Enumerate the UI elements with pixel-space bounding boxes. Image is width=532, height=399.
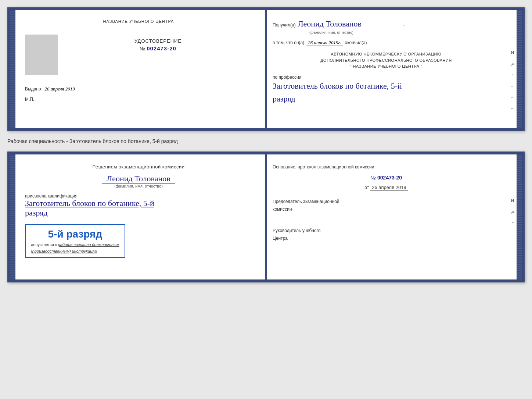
org-line3: " НАЗВАНИЕ УЧЕБНОГО ЦЕНТРА " (273, 63, 500, 70)
assigned-text: присвоена квалификация (25, 193, 252, 199)
sub-fio-1: (фамилия, имя, отчество) (309, 31, 500, 35)
side-mark-a: ,а (511, 61, 515, 66)
head-title-2: Центра (273, 235, 500, 242)
side-mark-dash-2: – (511, 39, 515, 44)
recipient-name: Леонид Толованов (298, 19, 401, 29)
side-marks-2: – – И ,а ← – – – (511, 176, 515, 258)
profession-value: Заготовитель блоков по ботанике, 5-й (273, 81, 500, 91)
cert-number: 002473-20 (147, 45, 176, 51)
org-line1: АВТОНОМНУЮ НЕКОММЕРЧЕСКУЮ ОРГАНИЗАЦИЮ (273, 51, 500, 57)
chair-title: Председатель экзаменационной комиссии (273, 198, 500, 213)
document-1: НАЗВАНИЕ УЧЕБНОГО ЦЕНТРА УДОСТОВЕРЕНИЕ №… (7, 7, 525, 131)
org-line2: ДОПОЛНИТЕЛЬНОГО ПРОФЕССИОНАЛЬНОГО ОБРАЗО… (273, 57, 500, 64)
document-2: Решением экзаменационной комиссии Леонид… (7, 152, 525, 282)
doc1-left: НАЗВАНИЕ УЧЕБНОГО ЦЕНТРА УДОСТОВЕРЕНИЕ №… (10, 10, 262, 128)
cert-main: УДОСТОВЕРЕНИЕ № 002473-20 (64, 38, 252, 51)
doc1-right: Получил(а) Леонид Толованов – (фамилия, … (262, 10, 522, 128)
doc2-right: Основание: протокол экзаменационной коми… (262, 154, 522, 279)
side-mark-dash-4: – (511, 95, 515, 99)
head-title-1: Руководитель учебного (273, 227, 500, 234)
stamp-admit-text: допускается к (31, 242, 57, 247)
date-value-2: 26 апреля 2019 (370, 185, 408, 190)
qual-value: Заготовитель блоков по ботанике, 5-й (25, 199, 252, 208)
razryad-value-2: разряд (25, 208, 252, 218)
side-mark-arrow-r: ← (511, 220, 515, 225)
center-title: НАЗВАНИЕ УЧЕБНОГО ЦЕНТРА (25, 19, 252, 24)
org-block: АВТОНОМНУЮ НЕКОММЕРЧЕСКУЮ ОРГАНИЗАЦИЮ ДО… (273, 51, 500, 70)
cert-text1: в том, что он(а) (273, 40, 304, 45)
finished-label: окончил(а) (345, 40, 367, 45)
stamp-box: 5-й разряд допускается к работе согласно… (25, 224, 125, 258)
side-mark-dash-5: – (511, 106, 515, 110)
head-title: Руководитель учебного Центра (273, 227, 500, 242)
razryad-value-1: разряд (273, 94, 500, 104)
side-mark-dash-r5: – (511, 253, 515, 258)
side-mark-dash-1: – (511, 28, 515, 33)
date-value-1: 26 апреля 2019г. (306, 40, 342, 46)
decision-text: Решением экзаменационной комиссии (25, 163, 252, 171)
number-value: 002473-20 (377, 175, 402, 181)
separator-label: Рабочая специальность - Заготовитель бло… (7, 137, 525, 146)
border-right-texture (517, 10, 522, 128)
stamp-grade: 5-й разряд (31, 228, 119, 240)
stamp-work: работе согласно должностным (58, 242, 119, 247)
side-mark-dash-3: – (511, 83, 515, 88)
side-mark-i-r: И (511, 198, 515, 203)
doc2-left: Решением экзаменационной комиссии Леонид… (10, 154, 262, 279)
chair-title-1: Председатель экзаменационной (273, 198, 500, 205)
stamp-instr: (производственным) инструкциям (31, 249, 119, 253)
head-signature-line (273, 247, 324, 247)
border-right-texture-2 (517, 154, 522, 279)
side-mark-dash-r2: – (511, 187, 515, 192)
profession-label: по профессии (273, 75, 500, 80)
side-mark-dash-r1: – (511, 176, 515, 181)
basis-text: Основание: протокол экзаменационной коми… (273, 163, 500, 171)
side-mark-dash-r4: – (511, 242, 515, 247)
side-mark-arrow: ← (511, 72, 515, 77)
chair-title-2: комиссии (273, 206, 500, 213)
dash-1: – (403, 22, 406, 28)
issued-label: Выдано (25, 86, 41, 92)
person-name: Леонид Толованов (102, 174, 175, 184)
side-marks-1: – – И ,а ← – – – (511, 28, 515, 110)
stamp-admit: допускается к работе согласно должностны… (31, 242, 119, 247)
side-mark-dash-r3: – (511, 231, 515, 236)
sub-fio-2: (фамилия, имя, отчество) (25, 184, 252, 188)
photo-placeholder (25, 35, 58, 75)
cert-number-prefix: № (140, 46, 145, 51)
mp-label: М.П. (25, 97, 252, 102)
cert-label: УДОСТОВЕРЕНИЕ (64, 38, 252, 44)
side-mark-a-r: ,а (511, 209, 515, 214)
page-container: НАЗВАНИЕ УЧЕБНОГО ЦЕНТРА УДОСТОВЕРЕНИЕ №… (7, 7, 525, 282)
side-mark-i: И (511, 50, 515, 55)
received-prefix: Получил(а) (273, 22, 296, 28)
chair-signature-line (273, 218, 339, 218)
number-prefix: № (370, 175, 376, 181)
issued-date: 26 апреля 2019 (43, 86, 76, 92)
date-prefix: от (364, 185, 369, 190)
